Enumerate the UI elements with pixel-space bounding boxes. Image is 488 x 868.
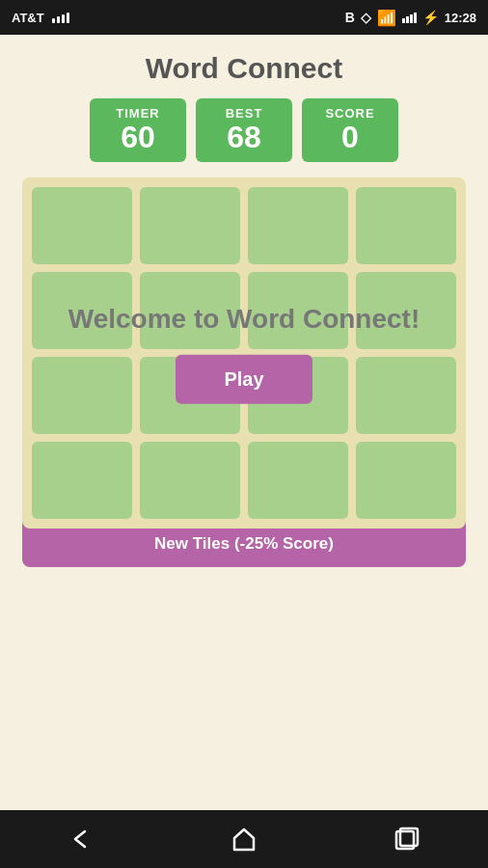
timer-value: 60: [121, 121, 155, 154]
main-content: Word Connect TIMER 60 BEST 68 SCORE 0: [0, 35, 488, 810]
bluetooth-icon: B: [345, 10, 355, 25]
best-box: BEST 68: [196, 98, 292, 162]
wifi-icon: 📶: [377, 9, 396, 27]
tile-2[interactable]: [140, 187, 240, 264]
tile-15[interactable]: [248, 442, 348, 519]
best-label: BEST: [226, 106, 263, 121]
game-board: Welcome to Word Connect! Play: [22, 177, 466, 529]
timer-box: TIMER 60: [90, 98, 186, 162]
timer-label: TIMER: [116, 106, 159, 121]
tile-16[interactable]: [356, 442, 456, 519]
home-button[interactable]: [215, 820, 273, 858]
back-button[interactable]: [52, 820, 110, 858]
tile-4[interactable]: [356, 187, 456, 264]
welcome-message: Welcome to Word Connect!: [67, 303, 421, 336]
score-box: SCORE 0: [302, 98, 398, 162]
tile-3[interactable]: [248, 187, 348, 264]
status-bar: AT&T B ◇ 📶 ⚡ 12:28: [0, 0, 488, 35]
score-value: 0: [341, 121, 359, 154]
tile-13[interactable]: [32, 442, 132, 519]
app-title: Word Connect: [146, 52, 342, 85]
ring-icon: ◇: [361, 10, 371, 25]
time-display: 12:28: [445, 11, 476, 25]
best-value: 68: [227, 121, 261, 154]
status-left: AT&T: [12, 11, 69, 25]
signal-bars-icon: [402, 13, 417, 23]
nav-bar: [0, 810, 488, 868]
recents-button[interactable]: [378, 820, 436, 858]
signal-icon: [52, 13, 69, 23]
stats-row: TIMER 60 BEST 68 SCORE 0: [19, 98, 469, 162]
welcome-overlay: Welcome to Word Connect! Play: [67, 303, 421, 404]
play-button[interactable]: Play: [176, 354, 312, 403]
score-label: SCORE: [325, 106, 374, 121]
tile-14[interactable]: [140, 442, 240, 519]
carrier-text: AT&T: [12, 11, 44, 25]
battery-icon: ⚡: [422, 10, 439, 25]
status-right: B ◇ 📶 ⚡ 12:28: [345, 9, 476, 27]
tile-1[interactable]: [32, 187, 132, 264]
